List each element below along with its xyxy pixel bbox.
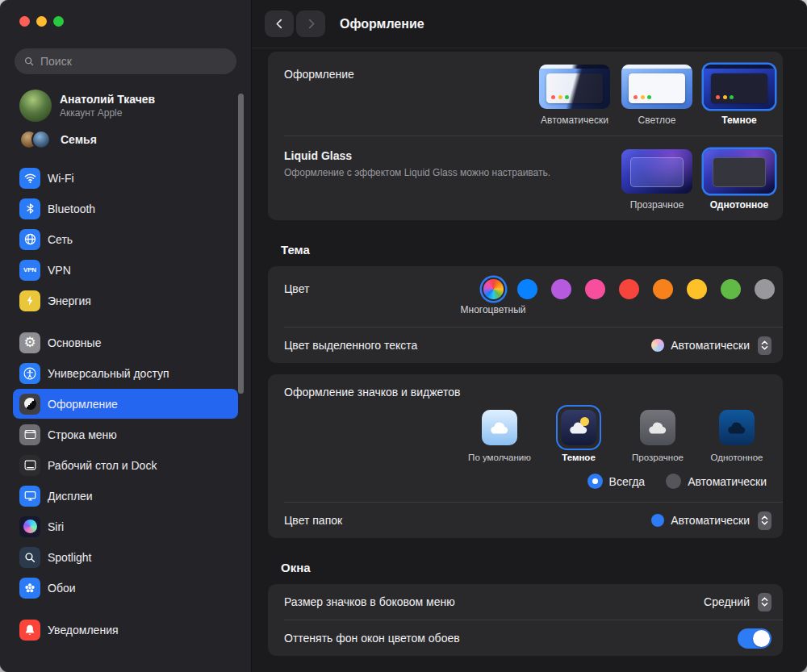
wallpaper-tint-toggle[interactable] [738, 628, 771, 649]
icon-style-frame [714, 405, 759, 450]
bluetooth-icon [19, 198, 40, 219]
search-icon [23, 56, 35, 67]
sidebar-item-accessibility[interactable]: Универсальный доступ [13, 358, 238, 388]
minimize-button[interactable] [36, 16, 47, 27]
option-label: Темное [562, 453, 596, 462]
liquid-glass-option-transparent[interactable]: Прозрачное [620, 149, 694, 211]
sidebar-item-energy[interactable]: Энергия [13, 286, 238, 315]
accessibility-icon [19, 363, 40, 384]
cloud-moon-app-icon [561, 410, 596, 445]
sidebar-item-label: Рабочий стол и Dock [48, 459, 157, 472]
liquid-glass-option-solid[interactable]: Однотонное [702, 149, 776, 211]
sidebar-scrollbar[interactable] [238, 94, 244, 394]
highlight-color-value: Автоматически [671, 339, 750, 352]
accent-red-dot[interactable] [619, 279, 639, 299]
icon-widget-style-row: Оформление значков и виджетов По умолчан… [268, 374, 783, 462]
section-title-theme: Тема [281, 243, 783, 257]
highlight-color-swatch [651, 339, 664, 352]
folder-color-row: Цвет папок Автоматически [268, 503, 783, 538]
sidebar-item-displays[interactable]: Дисплеи [13, 481, 238, 511]
icons-widgets-card: Оформление значков и виджетов По умолчан… [268, 374, 783, 538]
highlight-color-popup[interactable]: Автоматически [651, 336, 771, 355]
cloud-app-icon [640, 410, 675, 445]
sidebar-icon-size-stepper[interactable] [758, 593, 771, 611]
chevron-right-icon [304, 17, 318, 31]
appearance-row: Оформление Автоматически [268, 52, 783, 136]
highlight-color-label: Цвет выделенного текста [284, 339, 417, 352]
icon-style-clear[interactable]: Прозрачное [620, 405, 696, 462]
thumb-traffic-lights [551, 95, 569, 99]
search-input[interactable] [40, 55, 228, 68]
radio-always[interactable] [587, 474, 603, 489]
option-label: Прозрачное [632, 453, 684, 462]
window-controls [13, 16, 238, 27]
sidebar-item-label: Дисплеи [48, 490, 93, 503]
sidebar-item-label: Уведомления [48, 624, 119, 637]
sidebar-item-wallpaper[interactable]: Обои [13, 573, 238, 603]
close-button[interactable] [19, 16, 30, 27]
accent-graphite-dot[interactable] [755, 279, 775, 299]
sidebar-item-vpn[interactable]: VPN VPN [13, 255, 238, 285]
back-button[interactable] [265, 10, 294, 37]
accent-multicolor-dot[interactable] [483, 279, 504, 299]
appearance-option-auto[interactable]: Автоматически [537, 65, 612, 126]
accent-blue-dot[interactable] [517, 279, 537, 299]
appearance-option-light[interactable]: Светлое [620, 65, 694, 126]
folder-color-stepper[interactable] [758, 511, 771, 530]
siri-icon [19, 516, 40, 537]
profile-row[interactable]: Анатолий Ткачев Аккаунт Apple [15, 86, 236, 125]
profile-name: Анатолий Ткачев [60, 93, 155, 106]
profile-subtitle: Аккаунт Apple [60, 107, 155, 119]
sidebar-item-menubar[interactable]: Строка меню [13, 419, 238, 449]
sidebar-item-wifi[interactable]: Wi-Fi [13, 163, 238, 193]
accent-green-dot[interactable] [721, 279, 741, 299]
icon-style-default[interactable]: По умолчанию [462, 405, 537, 462]
highlight-color-row: Цвет выделенного текста Автоматически [268, 328, 783, 363]
accent-purple-dot[interactable] [551, 279, 571, 299]
sidebar-item-label: Spotlight [48, 551, 91, 564]
thumb-window [629, 73, 685, 103]
sidebar-icon-size-label: Размер значков в боковом меню [284, 595, 455, 608]
family-row[interactable]: Семья [15, 127, 236, 152]
family-avatars [19, 130, 51, 149]
thumb-menubar [621, 65, 692, 69]
appearance-card: Оформление Автоматически [268, 52, 783, 220]
highlight-color-stepper[interactable] [758, 336, 771, 355]
sidebar-item-spotlight[interactable]: Spotlight [13, 542, 238, 572]
sidebar-item-label: Обои [48, 582, 76, 595]
family-label: Семья [61, 133, 97, 146]
radio-automatic[interactable] [666, 474, 681, 489]
appearance-option-dark[interactable]: Темное [702, 65, 776, 126]
page-title: Оформление [340, 17, 424, 31]
cloud-app-icon [719, 410, 755, 445]
sidebar-item-siri[interactable]: Siri [13, 511, 238, 541]
sidebar-item-appearance[interactable]: Оформление [13, 389, 238, 419]
sidebar-item-label: Wi-Fi [48, 172, 74, 185]
sidebar-item-desktop-dock[interactable]: Рабочий стол и Dock [13, 450, 238, 480]
bell-icon [19, 620, 40, 641]
sidebar-item-general[interactable]: ⚙ Основные [13, 328, 238, 357]
accent-color-row: Цвет Многоцветны [268, 266, 783, 327]
accent-orange-dot[interactable] [653, 279, 673, 299]
forward-button[interactable] [296, 10, 325, 37]
mode-always[interactable]: Всегда [587, 474, 646, 489]
sidebar-item-bluetooth[interactable]: Bluetooth [13, 194, 238, 223]
sidebar-item-label: Энергия [48, 294, 91, 307]
accent-color-dots [483, 279, 775, 299]
sidebar-item-notifications[interactable]: Уведомления [13, 615, 238, 645]
search-field[interactable] [15, 48, 236, 74]
folder-color-popup[interactable]: Автоматически [651, 511, 771, 530]
zoom-button[interactable] [53, 16, 64, 27]
icon-style-options: По умолчанию Темное Прозрачное Одно [284, 405, 775, 462]
appearance-icon [19, 394, 40, 415]
sidebar-item-label: Siri [48, 520, 64, 533]
sidebar-item-network[interactable]: Сеть [13, 224, 238, 254]
icon-style-tinted[interactable]: Однотонное [699, 405, 775, 462]
accent-selected-name: Многоцветный [461, 304, 526, 315]
accent-pink-dot[interactable] [585, 279, 605, 299]
icon-style-dark[interactable]: Темное [541, 405, 617, 462]
sidebar-icon-size-popup[interactable]: Средний [704, 593, 771, 611]
mode-automatic[interactable]: Автоматически [666, 474, 767, 489]
avatar [19, 90, 52, 122]
accent-yellow-dot[interactable] [687, 279, 707, 299]
